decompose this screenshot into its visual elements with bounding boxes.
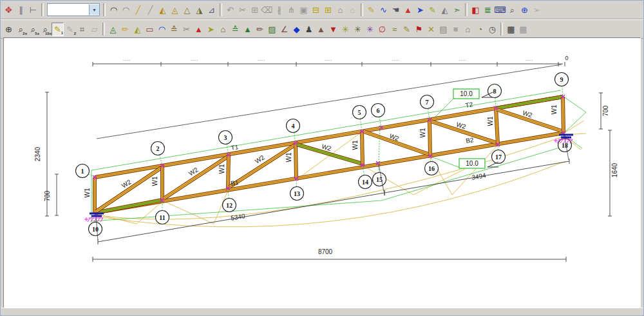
tool-pawn-icon[interactable]: ♟ bbox=[303, 23, 315, 36]
add-level-icon[interactable]: ⊞ bbox=[322, 3, 334, 17]
dimension-text: 8700 bbox=[318, 248, 333, 255]
node-number: 5 bbox=[358, 109, 361, 116]
draw-line-grey-icon[interactable]: ╱ bbox=[144, 3, 156, 17]
toolbar-main: ✥∥⊢▾◠◠╱╱◭◬△◮⊿↶✂⊞⌫∦⋔▣⊟⊞⌂⌂✎∿☚▲➤✎◭➣◧≣⌨⌕⊕➢ bbox=[1, 1, 643, 19]
doc-preview-icon[interactable]: ⌕ bbox=[506, 3, 518, 17]
node-number: 13 bbox=[294, 190, 300, 197]
tool-truss-olive-icon[interactable]: ◭ bbox=[131, 23, 144, 36]
dimension-text: ---- bbox=[191, 58, 198, 62]
tool-cross-icon[interactable]: ✕ bbox=[425, 23, 437, 36]
tool-clock-icon[interactable]: ◷ bbox=[486, 23, 498, 36]
tool-dimension-icon[interactable]: ▭ bbox=[144, 23, 156, 36]
draw-line-icon[interactable]: ╱ bbox=[132, 3, 144, 17]
node-number: 9 bbox=[560, 76, 564, 83]
tool-panel-icon[interactable]: ▤ bbox=[437, 23, 450, 36]
zoom-10x-icon[interactable]: ⌕10x bbox=[39, 23, 52, 36]
tool-flag-icon[interactable]: ⚑ bbox=[413, 23, 425, 36]
tool-list-icon[interactable]: ≡ bbox=[450, 23, 462, 36]
tool-table-dark-icon[interactable]: ▦ bbox=[505, 23, 517, 36]
member-label: T1 bbox=[231, 143, 240, 152]
tool-triangle-brown-icon[interactable]: ▲ bbox=[315, 23, 327, 36]
split-icon[interactable]: ∦ bbox=[273, 3, 285, 17]
tool-burst-3-icon[interactable]: ✳ bbox=[364, 23, 376, 36]
pencil-layer-2-icon[interactable]: ✎2 bbox=[64, 23, 76, 36]
remove-level-icon[interactable]: ⊟ bbox=[310, 3, 322, 17]
member-label: W1 bbox=[352, 140, 359, 150]
pointer-grey-icon[interactable]: ➢ bbox=[531, 3, 543, 17]
drawing-canvas[interactable]: 123456789101112131415161718W1W1W1W1W1W1W… bbox=[4, 38, 640, 308]
pencil-layer-1-icon[interactable]: ✎1 bbox=[52, 23, 64, 36]
table-icon[interactable]: ⊞ bbox=[249, 3, 261, 17]
bird-green-icon[interactable]: ➣ bbox=[451, 3, 463, 17]
tool-house-icon[interactable]: ⌂ bbox=[217, 23, 229, 36]
scissors-icon[interactable]: ✂ bbox=[236, 3, 249, 17]
selection-dropdown[interactable]: ▾ bbox=[47, 3, 100, 16]
zoom-previous-icon[interactable]: ▱ bbox=[88, 23, 100, 36]
arc-small-icon[interactable]: ◠ bbox=[120, 3, 132, 17]
dimension-text: ---- bbox=[123, 58, 131, 62]
link-icon[interactable]: ∿ bbox=[377, 3, 390, 17]
merge-icon[interactable]: ⋔ bbox=[285, 3, 298, 17]
zoom-5x-icon[interactable]: ⌕5x bbox=[27, 23, 39, 36]
member-label: W1 bbox=[551, 104, 558, 114]
undo-icon[interactable]: ↶ bbox=[224, 3, 236, 17]
tool-burst-icon[interactable]: ✳ bbox=[339, 23, 352, 36]
exit-icon[interactable]: ◧ bbox=[469, 3, 482, 17]
node-number: 14 bbox=[362, 179, 368, 186]
tool-house-2-icon[interactable]: ⌂ bbox=[462, 23, 474, 36]
report-icon[interactable]: ⌨ bbox=[494, 3, 506, 17]
dimension-text: ---- bbox=[392, 58, 400, 62]
eraser-icon[interactable]: ⌫ bbox=[261, 3, 273, 17]
truss-tool-icon[interactable]: ◭ bbox=[156, 3, 169, 17]
arc-tool-icon[interactable]: ◠ bbox=[108, 3, 120, 17]
tool-frame-icon[interactable]: ≙ bbox=[168, 23, 180, 36]
move-node-icon[interactable]: ✥ bbox=[3, 3, 15, 17]
tool-truss-green-icon[interactable]: ◬ bbox=[107, 23, 119, 36]
tool-table-grey-icon[interactable]: ▦ bbox=[517, 23, 529, 36]
copy-icon[interactable]: ▣ bbox=[298, 3, 310, 17]
tool-triangle-red-icon[interactable]: ▲ bbox=[193, 23, 205, 36]
home-minus-icon[interactable]: ⌂ bbox=[346, 3, 359, 17]
home-plus-icon[interactable]: ⌂ bbox=[334, 3, 346, 17]
pencil-color-icon[interactable]: ✎ bbox=[365, 3, 377, 17]
member-pair-icon[interactable]: ∥ bbox=[15, 3, 27, 17]
tool-diamond-icon[interactable]: ◆ bbox=[290, 23, 303, 36]
tool-angle-icon[interactable]: ∠ bbox=[278, 23, 290, 36]
node-number: 12 bbox=[226, 202, 232, 209]
tool-pencil-2-icon[interactable]: ✎ bbox=[401, 23, 413, 36]
tool-cut-icon[interactable]: ✂ bbox=[180, 23, 193, 36]
traffic-light-icon[interactable]: ≣ bbox=[482, 3, 494, 17]
tool-forbid-icon[interactable]: ∅ bbox=[376, 23, 388, 36]
tool-hatch-icon[interactable]: ▨ bbox=[266, 23, 278, 36]
node-number: 3 bbox=[224, 134, 227, 141]
truss-edit-icon[interactable]: ◮ bbox=[193, 3, 205, 17]
tool-triangle-green-icon[interactable]: ▲ bbox=[242, 23, 254, 36]
tool-bench-icon[interactable]: ≙ bbox=[229, 23, 242, 36]
zoom-in-icon[interactable]: ⊕ bbox=[3, 23, 15, 36]
tool-protractor-icon[interactable]: ◔ bbox=[474, 23, 486, 36]
hand-icon[interactable]: ☚ bbox=[390, 3, 402, 17]
tool-plane-icon[interactable]: ➤ bbox=[205, 23, 217, 36]
chevron-down-icon[interactable]: ▾ bbox=[89, 5, 99, 15]
node-number: 8 bbox=[493, 88, 497, 95]
zoom-2x-icon[interactable]: ⌕2x bbox=[15, 23, 27, 36]
tool-triangle-down-icon[interactable]: ▼ bbox=[327, 23, 339, 36]
tool-roof-icon[interactable]: ◠ bbox=[156, 23, 168, 36]
support-arrow-icon[interactable]: ⊢ bbox=[27, 3, 39, 17]
truss-member-centerline bbox=[95, 97, 563, 177]
tool-pencil-icon[interactable]: ✏ bbox=[119, 23, 131, 36]
zoom-region-icon[interactable]: ⌗ bbox=[76, 23, 88, 36]
analyze-triangle-icon[interactable]: ▲ bbox=[402, 3, 414, 17]
toolbar-separator bbox=[465, 3, 468, 16]
zoom-2x-icon-label: 2x bbox=[23, 32, 27, 35]
truss-grey-icon[interactable]: ◭ bbox=[439, 3, 451, 17]
traffic-add-icon[interactable]: ⊕ bbox=[518, 3, 531, 17]
tool-sketch-icon[interactable]: ✏ bbox=[254, 23, 266, 36]
truss-tool-3-icon[interactable]: △ bbox=[181, 3, 193, 17]
truss-tool-2-icon[interactable]: ◬ bbox=[169, 3, 181, 17]
roof-slope-icon[interactable]: ⊿ bbox=[205, 3, 218, 17]
bird-icon[interactable]: ➤ bbox=[414, 3, 426, 17]
tool-burst-2-icon[interactable]: ✳ bbox=[352, 23, 364, 36]
pencil-olive-icon[interactable]: ✎ bbox=[426, 3, 439, 17]
tool-waves-icon[interactable]: ≈ bbox=[388, 23, 401, 36]
